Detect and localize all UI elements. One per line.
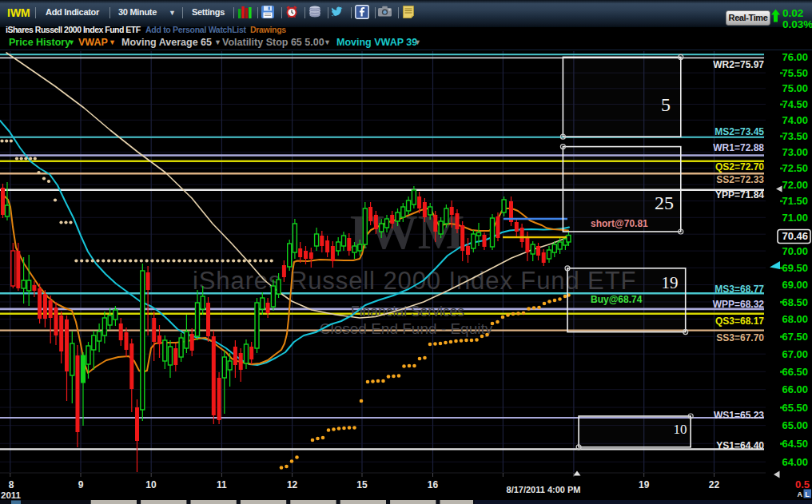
svg-text:5: 5 <box>661 94 671 115</box>
svg-text:10: 10 <box>145 479 157 490</box>
svg-text:65.00: 65.00 <box>782 419 808 431</box>
svg-text:A: A <box>798 490 803 498</box>
svg-text:73.50: 73.50 <box>782 130 808 142</box>
svg-text:68.50: 68.50 <box>782 296 808 308</box>
svg-text:8/17/2011 4:00 PM: 8/17/2011 4:00 PM <box>507 485 581 494</box>
svg-text:72.00: 72.00 <box>782 179 808 191</box>
svg-text:70.00: 70.00 <box>782 245 808 257</box>
svg-text:22: 22 <box>709 479 720 490</box>
svg-text:YS1=64.40: YS1=64.40 <box>716 440 764 451</box>
svg-text:71.50: 71.50 <box>782 195 808 207</box>
svg-text:short@70.81: short@70.81 <box>591 218 648 229</box>
svg-text:Buy@68.74: Buy@68.74 <box>591 294 643 305</box>
svg-text:64.50: 64.50 <box>782 438 808 450</box>
svg-text:2011: 2011 <box>1 490 22 500</box>
svg-text:8: 8 <box>9 479 14 490</box>
svg-text:64.00: 64.00 <box>782 456 808 468</box>
svg-text:9: 9 <box>78 479 84 490</box>
svg-text:19: 19 <box>639 479 650 490</box>
svg-text:10: 10 <box>674 422 687 437</box>
svg-text:WPP=68.32: WPP=68.32 <box>713 299 765 310</box>
svg-text:74.50: 74.50 <box>782 98 808 110</box>
svg-text:67.00: 67.00 <box>782 348 808 360</box>
svg-text:YPP=71.84: YPP=71.84 <box>715 189 764 200</box>
svg-text:QS3=68.17: QS3=68.17 <box>715 315 764 327</box>
svg-text:67.50: 67.50 <box>782 331 808 343</box>
svg-text:SS3=67.70: SS3=67.70 <box>716 332 764 343</box>
svg-text:65.50: 65.50 <box>782 402 808 414</box>
svg-text:75.00: 75.00 <box>782 82 808 94</box>
svg-text:16: 16 <box>428 479 439 490</box>
svg-text:70.46: 70.46 <box>782 230 808 242</box>
svg-text:73.00: 73.00 <box>782 146 808 158</box>
svg-text:WR1=72.88: WR1=72.88 <box>713 142 764 153</box>
svg-text:68.00: 68.00 <box>782 313 808 325</box>
svg-text:71.00: 71.00 <box>782 212 808 224</box>
svg-text:MS3=68.77: MS3=68.77 <box>714 284 764 295</box>
svg-text:69.50: 69.50 <box>782 262 808 274</box>
svg-text:69.00: 69.00 <box>782 279 808 291</box>
svg-text:66.00: 66.00 <box>782 383 808 395</box>
svg-text:11: 11 <box>217 479 227 490</box>
svg-text:0.5: 0.5 <box>795 478 810 490</box>
svg-text:75.50: 75.50 <box>782 67 808 79</box>
svg-text:QS2=72.70: QS2=72.70 <box>715 161 764 173</box>
svg-text:15: 15 <box>356 479 368 490</box>
svg-text:74.00: 74.00 <box>782 114 808 126</box>
svg-text:19: 19 <box>662 273 679 292</box>
svg-text:MS2=73.45: MS2=73.45 <box>714 126 764 137</box>
svg-text:Closed End Fund - Equity: Closed End Fund - Equity <box>320 320 493 337</box>
svg-text:12: 12 <box>287 479 298 490</box>
svg-text:L: L <box>805 490 810 498</box>
svg-text:WS1=65.23: WS1=65.23 <box>714 410 764 421</box>
svg-text:SS2=72.33: SS2=72.33 <box>716 174 764 185</box>
svg-text:76.00: 76.00 <box>782 51 808 63</box>
svg-text:25: 25 <box>655 192 674 213</box>
svg-text:72.50: 72.50 <box>782 162 808 174</box>
svg-text:66.50: 66.50 <box>782 366 808 378</box>
svg-text:WR2=75.97: WR2=75.97 <box>713 59 764 70</box>
